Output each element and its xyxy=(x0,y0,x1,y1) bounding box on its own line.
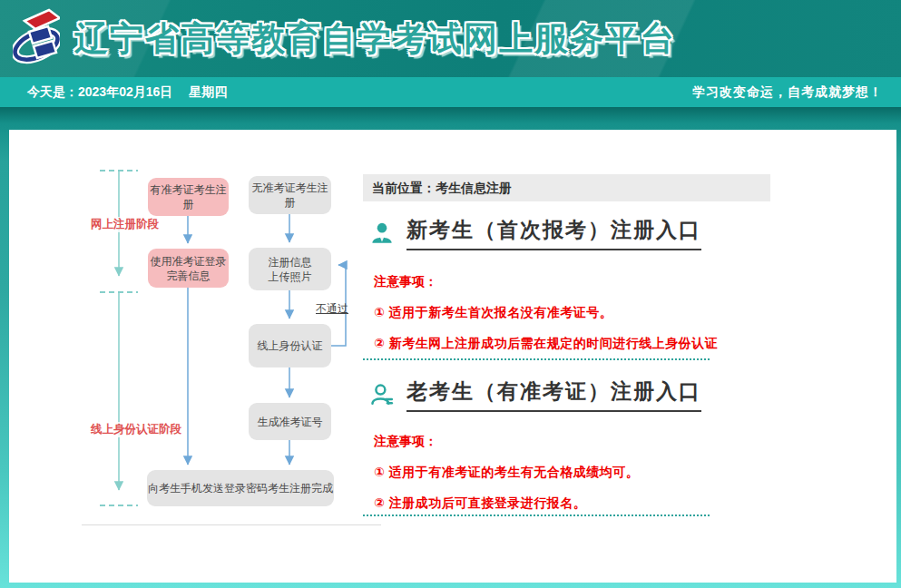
flow-node-no-ticket-register: 无准考证考生注 册 xyxy=(249,176,331,214)
flow-node-generate-ticket-number: 生成准考证号 xyxy=(249,403,331,440)
content-panel: 有准考证考生注 册 无准考证考生注 册 使用准考证登录 完善信息 注册信息 上传… xyxy=(9,130,896,583)
person-outline-icon xyxy=(370,383,394,407)
flow-node-has-ticket-register: 有准考证考生注 册 xyxy=(148,178,229,216)
dotted-separator xyxy=(363,514,710,516)
main-area: 有准考证考生注 册 无准考证考生注 册 使用准考证登录 完善信息 注册信息 上传… xyxy=(0,107,901,588)
note-item: ② 新考生网上注册成功后需在规定的时间进行线上身份认证 xyxy=(374,336,770,352)
flow-node-send-password-complete: 向考生手机发送登录密码考生注册完成 xyxy=(147,470,334,506)
site-header: 辽宁省高等教育自学考试网上服务平台 xyxy=(0,0,901,77)
flow-node-online-identity-check: 线上身份认证 xyxy=(249,324,331,368)
person-filled-icon xyxy=(370,221,394,245)
new-examinee-entry-row: 新考生（首次报考）注册入口 xyxy=(370,216,770,250)
breadcrumb: 当前位置：考生信息注册 xyxy=(363,174,770,201)
note-item: ① 适用于新考生首次报名没有准考证号。 xyxy=(374,305,770,321)
flow-node-register-upload-photo: 注册信息 上传照片 xyxy=(249,248,331,290)
slogan-text: 学习改变命运，自考成就梦想！ xyxy=(692,84,883,101)
phase-label-identity-verification: 线上身份认证阶段 xyxy=(89,422,183,437)
dotted-separator xyxy=(363,358,710,360)
note-item: ② 注册成功后可直接登录进行报名。 xyxy=(374,495,770,512)
note-item: ① 适用于有准考证的考生有无合格成绩均可。 xyxy=(374,465,770,481)
new-examinee-entry-link[interactable]: 新考生（首次报考）注册入口 xyxy=(406,216,701,250)
flow-node-login-complete-info: 使用准考证登录 完善信息 xyxy=(148,249,229,288)
phase-label-online-registration: 网上注册阶段 xyxy=(89,217,161,232)
top-info-bar: 今天是：2023年02月16日 星期四 学习改变命运，自考成就梦想！ xyxy=(0,77,901,107)
notes-title: 注意事项： xyxy=(374,434,770,450)
registration-flowchart: 有准考证考生注 册 无准考证考生注 册 使用准考证登录 完善信息 注册信息 上传… xyxy=(82,163,381,544)
old-examinee-entry-link[interactable]: 老考生（有准考证）注册入口 xyxy=(406,377,701,412)
current-date-text: 今天是：2023年02月16日 星期四 xyxy=(27,84,227,101)
flowchart-bottom-divider xyxy=(82,524,381,525)
old-examinee-entry-row: 老考生（有准考证）注册入口 xyxy=(370,377,770,412)
site-logo-icon xyxy=(13,7,60,71)
site-title: 辽宁省高等教育自学考试网上服务平台 xyxy=(74,16,676,62)
fail-label: 不通过 xyxy=(316,301,348,317)
notes-title: 注意事项： xyxy=(374,274,770,290)
content-column: 当前位置：考生信息注册 新考生（首次报考）注册入口 注意事项： ① 适用于新考生… xyxy=(363,174,770,516)
